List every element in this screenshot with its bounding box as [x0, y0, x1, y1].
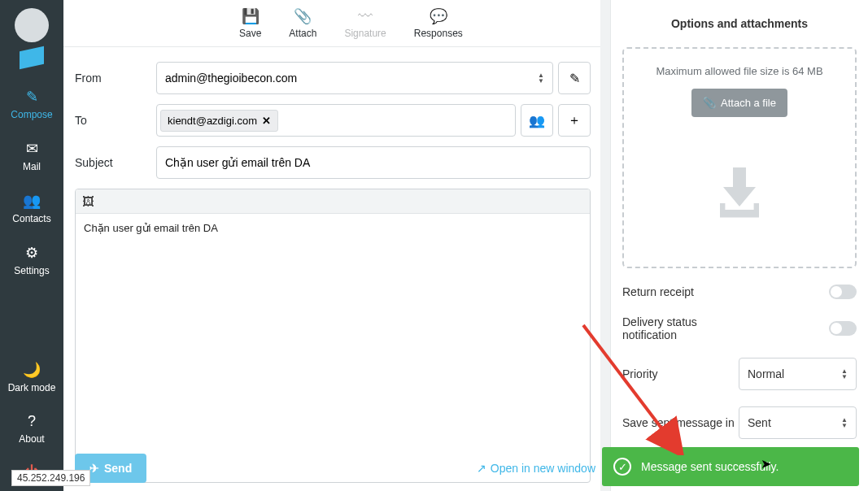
- editor-body[interactable]: Chặn user gửi email trên DA: [76, 214, 590, 482]
- nav-mail[interactable]: ✉ Mail: [0, 130, 63, 182]
- attachment-dropzone[interactable]: Maximum allowed file size is 64 MB 📎 Att…: [622, 47, 857, 268]
- nav-compose[interactable]: ✎ Compose: [0, 78, 63, 130]
- priority-value: Normal: [748, 367, 784, 380]
- priority-select[interactable]: Normal ▲▼: [739, 358, 857, 390]
- compose-main: From admin@thegioibecon.com ▲▼ ✎ To kien…: [63, 47, 600, 491]
- responses-icon: 💬: [430, 7, 447, 25]
- add-contact-icon: 👥: [529, 113, 545, 128]
- save-in-select[interactable]: Sent ▲▼: [739, 406, 857, 439]
- subject-value: Chặn user gửi email trên DA: [165, 156, 310, 169]
- open-label: Open in new window: [491, 462, 595, 475]
- return-receipt-label: Return receipt: [622, 285, 694, 298]
- nav-settings[interactable]: ⚙ Settings: [0, 234, 63, 286]
- from-label: From: [75, 72, 156, 85]
- tool-label: Responses: [414, 28, 463, 39]
- logo-cube: [20, 46, 44, 69]
- nav-label: Mail: [23, 161, 41, 172]
- chevron-updown-icon: ▲▼: [841, 368, 848, 380]
- save-tool[interactable]: 💾 Save: [239, 7, 261, 39]
- editor-toolbar[interactable]: 🖼: [76, 189, 590, 214]
- nav-label: Contacts: [12, 213, 50, 224]
- tool-label: Attach: [289, 28, 316, 39]
- vertical-separator: [600, 0, 610, 491]
- external-link-icon: ↗: [477, 462, 486, 475]
- subject-input[interactable]: Chặn user gửi email trên DA: [156, 146, 591, 179]
- to-field[interactable]: kiendt@azdigi.com ✕: [156, 104, 516, 137]
- subject-label: Subject: [75, 156, 156, 169]
- add-contact-button[interactable]: 👥: [521, 104, 553, 137]
- moon-icon: 🌙: [23, 361, 41, 379]
- send-label: Send: [104, 462, 132, 475]
- ip-tooltip: 45.252.249.196: [11, 470, 90, 486]
- gear-icon: ⚙: [25, 244, 38, 262]
- maxsize-text: Maximum allowed file size is 64 MB: [656, 65, 822, 77]
- check-circle-icon: ✓: [613, 458, 631, 476]
- body-text: Chặn user gửi email trên DA: [84, 222, 218, 234]
- compose-footer: ✈ Send ↗ Open in new window: [75, 454, 595, 483]
- attach-tool[interactable]: 📎 Attach: [289, 7, 316, 39]
- attach-label: Attach a file: [721, 97, 776, 109]
- tool-label: Signature: [344, 28, 386, 39]
- paperclip-icon: 📎: [294, 7, 312, 25]
- compose-icon: ✎: [26, 88, 38, 106]
- nav-about[interactable]: ? About: [0, 403, 63, 454]
- from-value: admin@thegioibecon.com: [165, 72, 297, 85]
- priority-label: Priority: [622, 367, 658, 380]
- chip-text: kiendt@azdigi.com: [168, 115, 257, 127]
- nav-contacts[interactable]: 👥 Contacts: [0, 182, 63, 234]
- nav-label: About: [19, 433, 44, 445]
- send-icon: ✈: [89, 462, 99, 475]
- nav-label: Settings: [14, 265, 49, 276]
- chip-remove-icon[interactable]: ✕: [262, 115, 271, 127]
- signature-icon: 〰: [358, 8, 373, 25]
- success-toast: ✓ Message sent successfully.: [602, 447, 859, 486]
- contacts-icon: 👥: [23, 192, 41, 210]
- sidebar: ✎ Compose ✉ Mail 👥 Contacts ⚙ Settings 🌙…: [0, 0, 63, 491]
- editor: 🖼 Chặn user gửi email trên DA: [75, 189, 591, 483]
- toast-message: Message sent successfully.: [641, 460, 779, 473]
- delivery-status-toggle[interactable]: [829, 321, 857, 336]
- pencil-icon: ✎: [569, 71, 580, 86]
- image-icon[interactable]: 🖼: [82, 194, 94, 208]
- return-receipt-toggle[interactable]: [829, 285, 857, 299]
- save-in-value: Sent: [748, 416, 771, 429]
- save-in-label: Save sent message in: [622, 416, 735, 429]
- add-recipient-button[interactable]: ＋: [558, 104, 591, 137]
- delivery-status-label: Delivery status notification: [622, 315, 744, 341]
- options-title: Options and attachments: [622, 0, 857, 47]
- recipient-chip[interactable]: kiendt@azdigi.com ✕: [160, 110, 278, 132]
- plus-icon: ＋: [568, 112, 581, 129]
- chevron-updown-icon: ▲▼: [841, 417, 848, 428]
- save-icon: 💾: [242, 7, 260, 25]
- question-icon: ?: [28, 413, 36, 430]
- mail-icon: ✉: [26, 140, 38, 158]
- nav-label: Compose: [11, 109, 52, 120]
- from-select[interactable]: admin@thegioibecon.com ▲▼: [156, 62, 553, 94]
- signature-tool: 〰 Signature: [344, 8, 386, 39]
- download-icon: [707, 161, 772, 226]
- responses-tool[interactable]: 💬 Responses: [414, 7, 463, 39]
- nav-label: Dark mode: [8, 382, 56, 393]
- open-new-window-link[interactable]: ↗ Open in new window: [477, 462, 595, 475]
- options-panel: Options and attachments Maximum allowed …: [610, 0, 868, 491]
- tool-label: Save: [239, 28, 261, 39]
- chevron-updown-icon: ▲▼: [538, 72, 544, 84]
- avatar[interactable]: [15, 8, 49, 42]
- to-label: To: [75, 114, 156, 127]
- paperclip-icon: 📎: [703, 97, 716, 109]
- nav-darkmode[interactable]: 🌙 Dark mode: [0, 351, 63, 403]
- edit-identities-button[interactable]: ✎: [558, 62, 591, 94]
- attach-file-button[interactable]: 📎 Attach a file: [691, 89, 787, 117]
